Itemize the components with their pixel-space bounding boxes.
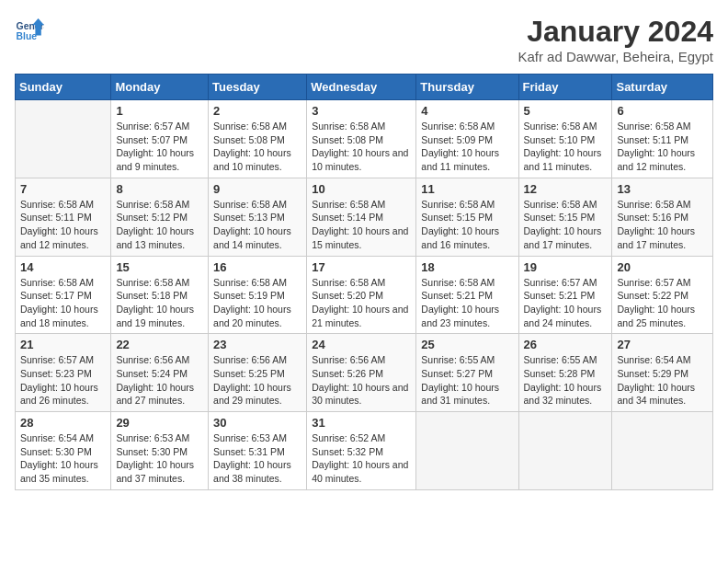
calendar-cell: 1Sunrise: 6:57 AMSunset: 5:07 PMDaylight… bbox=[111, 100, 209, 178]
calendar-cell: 6Sunrise: 6:58 AMSunset: 5:11 PMDaylight… bbox=[612, 100, 713, 178]
day-info: Sunrise: 6:53 AMSunset: 5:31 PMDaylight:… bbox=[213, 431, 301, 486]
day-number: 13 bbox=[617, 182, 708, 196]
day-number: 23 bbox=[213, 338, 301, 351]
day-number: 6 bbox=[617, 104, 708, 118]
day-info: Sunrise: 6:58 AMSunset: 5:19 PMDaylight:… bbox=[213, 276, 301, 330]
day-info: Sunrise: 6:56 AMSunset: 5:26 PMDaylight:… bbox=[312, 353, 411, 408]
day-number: 25 bbox=[421, 338, 513, 351]
day-info: Sunrise: 6:54 AMSunset: 5:29 PMDaylight:… bbox=[617, 353, 708, 408]
calendar-cell: 8Sunrise: 6:58 AMSunset: 5:12 PMDaylight… bbox=[111, 178, 209, 256]
week-row-5: 28Sunrise: 6:54 AMSunset: 5:30 PMDayligh… bbox=[16, 412, 713, 490]
day-number: 16 bbox=[213, 260, 301, 274]
day-info: Sunrise: 6:58 AMSunset: 5:08 PMDaylight:… bbox=[312, 120, 411, 174]
calendar-cell: 19Sunrise: 6:57 AMSunset: 5:21 PMDayligh… bbox=[518, 256, 612, 334]
day-info: Sunrise: 6:58 AMSunset: 5:13 PMDaylight:… bbox=[213, 198, 301, 252]
day-info: Sunrise: 6:58 AMSunset: 5:11 PMDaylight:… bbox=[20, 198, 106, 252]
calendar-cell: 21Sunrise: 6:57 AMSunset: 5:23 PMDayligh… bbox=[16, 334, 111, 412]
day-info: Sunrise: 6:56 AMSunset: 5:24 PMDaylight:… bbox=[116, 353, 203, 408]
day-info: Sunrise: 6:52 AMSunset: 5:32 PMDaylight:… bbox=[312, 431, 411, 486]
week-row-4: 21Sunrise: 6:57 AMSunset: 5:23 PMDayligh… bbox=[16, 334, 713, 412]
day-number: 22 bbox=[116, 338, 203, 351]
calendar-cell: 4Sunrise: 6:58 AMSunset: 5:09 PMDaylight… bbox=[416, 100, 518, 178]
day-info: Sunrise: 6:58 AMSunset: 5:11 PMDaylight:… bbox=[617, 120, 708, 174]
day-info: Sunrise: 6:58 AMSunset: 5:16 PMDaylight:… bbox=[617, 198, 708, 252]
day-number: 14 bbox=[20, 260, 106, 274]
calendar-cell: 31Sunrise: 6:52 AMSunset: 5:32 PMDayligh… bbox=[307, 412, 416, 490]
day-info: Sunrise: 6:57 AMSunset: 5:21 PMDaylight:… bbox=[524, 276, 608, 330]
calendar-cell: 11Sunrise: 6:58 AMSunset: 5:15 PMDayligh… bbox=[416, 178, 518, 256]
week-row-3: 14Sunrise: 6:58 AMSunset: 5:17 PMDayligh… bbox=[16, 256, 713, 334]
day-number: 29 bbox=[116, 416, 203, 430]
calendar-cell bbox=[416, 412, 518, 490]
calendar-cell bbox=[518, 412, 612, 490]
day-number: 12 bbox=[524, 182, 608, 196]
day-number: 19 bbox=[524, 260, 608, 274]
day-number: 15 bbox=[116, 260, 203, 274]
calendar-cell: 2Sunrise: 6:58 AMSunset: 5:08 PMDaylight… bbox=[209, 100, 307, 178]
day-number: 26 bbox=[524, 338, 608, 351]
day-number: 10 bbox=[312, 182, 411, 196]
weekday-wednesday: Wednesday bbox=[307, 75, 416, 100]
day-number: 5 bbox=[524, 104, 608, 118]
day-number: 28 bbox=[20, 416, 106, 430]
weekday-friday: Friday bbox=[518, 75, 612, 100]
calendar-cell: 18Sunrise: 6:58 AMSunset: 5:21 PMDayligh… bbox=[416, 256, 518, 334]
day-number: 17 bbox=[312, 260, 411, 274]
calendar-cell: 3Sunrise: 6:58 AMSunset: 5:08 PMDaylight… bbox=[307, 100, 416, 178]
day-info: Sunrise: 6:58 AMSunset: 5:15 PMDaylight:… bbox=[421, 198, 513, 252]
calendar-cell: 24Sunrise: 6:56 AMSunset: 5:26 PMDayligh… bbox=[307, 334, 416, 412]
day-number: 4 bbox=[421, 104, 513, 118]
calendar-cell: 29Sunrise: 6:53 AMSunset: 5:30 PMDayligh… bbox=[111, 412, 209, 490]
day-info: Sunrise: 6:57 AMSunset: 5:22 PMDaylight:… bbox=[617, 276, 708, 330]
day-number: 2 bbox=[213, 104, 301, 118]
week-row-1: 1Sunrise: 6:57 AMSunset: 5:07 PMDaylight… bbox=[16, 100, 713, 178]
weekday-monday: Monday bbox=[111, 75, 209, 100]
day-info: Sunrise: 6:58 AMSunset: 5:21 PMDaylight:… bbox=[421, 276, 513, 330]
day-info: Sunrise: 6:57 AMSunset: 5:07 PMDaylight:… bbox=[116, 120, 203, 174]
day-number: 20 bbox=[617, 260, 708, 274]
calendar-subtitle: Kafr ad Dawwar, Beheira, Egypt bbox=[518, 49, 713, 64]
calendar-cell bbox=[612, 412, 713, 490]
calendar-cell: 5Sunrise: 6:58 AMSunset: 5:10 PMDaylight… bbox=[518, 100, 612, 178]
calendar-cell: 12Sunrise: 6:58 AMSunset: 5:15 PMDayligh… bbox=[518, 178, 612, 256]
day-number: 21 bbox=[20, 338, 106, 351]
day-number: 27 bbox=[617, 338, 708, 351]
day-info: Sunrise: 6:54 AMSunset: 5:30 PMDaylight:… bbox=[20, 431, 106, 486]
calendar-cell bbox=[16, 100, 111, 178]
calendar-cell: 15Sunrise: 6:58 AMSunset: 5:18 PMDayligh… bbox=[111, 256, 209, 334]
calendar-cell: 10Sunrise: 6:58 AMSunset: 5:14 PMDayligh… bbox=[307, 178, 416, 256]
week-row-2: 7Sunrise: 6:58 AMSunset: 5:11 PMDaylight… bbox=[16, 178, 713, 256]
calendar-title: January 2024 bbox=[518, 15, 713, 49]
calendar-cell: 22Sunrise: 6:56 AMSunset: 5:24 PMDayligh… bbox=[111, 334, 209, 412]
calendar-body: 1Sunrise: 6:57 AMSunset: 5:07 PMDaylight… bbox=[16, 100, 713, 490]
day-number: 24 bbox=[312, 338, 411, 351]
calendar-cell: 25Sunrise: 6:55 AMSunset: 5:27 PMDayligh… bbox=[416, 334, 518, 412]
calendar-cell: 26Sunrise: 6:55 AMSunset: 5:28 PMDayligh… bbox=[518, 334, 612, 412]
day-info: Sunrise: 6:58 AMSunset: 5:09 PMDaylight:… bbox=[421, 120, 513, 174]
day-info: Sunrise: 6:58 AMSunset: 5:10 PMDaylight:… bbox=[524, 120, 608, 174]
day-info: Sunrise: 6:58 AMSunset: 5:17 PMDaylight:… bbox=[20, 276, 106, 330]
day-info: Sunrise: 6:58 AMSunset: 5:14 PMDaylight:… bbox=[312, 198, 411, 252]
title-area: January 2024 Kafr ad Dawwar, Beheira, Eg… bbox=[518, 15, 713, 64]
calendar-cell: 14Sunrise: 6:58 AMSunset: 5:17 PMDayligh… bbox=[16, 256, 111, 334]
day-info: Sunrise: 6:58 AMSunset: 5:08 PMDaylight:… bbox=[213, 120, 301, 174]
day-number: 18 bbox=[421, 260, 513, 274]
calendar-cell: 20Sunrise: 6:57 AMSunset: 5:22 PMDayligh… bbox=[612, 256, 713, 334]
logo-icon: General Blue bbox=[15, 15, 44, 44]
day-info: Sunrise: 6:55 AMSunset: 5:27 PMDaylight:… bbox=[421, 353, 513, 408]
day-info: Sunrise: 6:58 AMSunset: 5:20 PMDaylight:… bbox=[312, 276, 411, 330]
calendar-cell: 17Sunrise: 6:58 AMSunset: 5:20 PMDayligh… bbox=[307, 256, 416, 334]
calendar-cell: 30Sunrise: 6:53 AMSunset: 5:31 PMDayligh… bbox=[209, 412, 307, 490]
weekday-sunday: Sunday bbox=[16, 75, 111, 100]
calendar-cell: 13Sunrise: 6:58 AMSunset: 5:16 PMDayligh… bbox=[612, 178, 713, 256]
day-number: 30 bbox=[213, 416, 301, 430]
weekday-saturday: Saturday bbox=[612, 75, 713, 100]
day-number: 1 bbox=[116, 104, 203, 118]
day-number: 9 bbox=[213, 182, 301, 196]
svg-text:Blue: Blue bbox=[17, 31, 38, 41]
logo: General Blue bbox=[15, 15, 48, 44]
day-info: Sunrise: 6:58 AMSunset: 5:18 PMDaylight:… bbox=[116, 276, 203, 330]
weekday-tuesday: Tuesday bbox=[209, 75, 307, 100]
calendar-cell: 28Sunrise: 6:54 AMSunset: 5:30 PMDayligh… bbox=[16, 412, 111, 490]
day-info: Sunrise: 6:53 AMSunset: 5:30 PMDaylight:… bbox=[116, 431, 203, 486]
